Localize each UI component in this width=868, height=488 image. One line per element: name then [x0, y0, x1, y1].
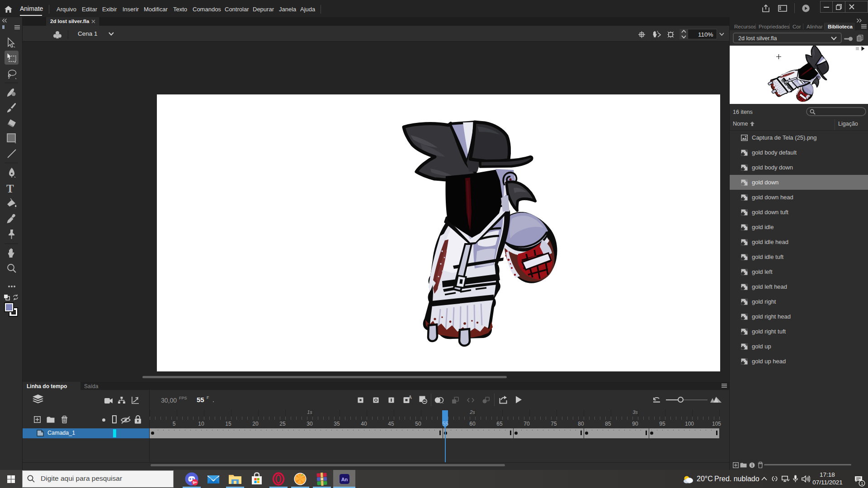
svg-text:A: A [409, 395, 412, 400]
svg-text:An: An [341, 477, 348, 482]
svg-text:9+: 9+ [193, 480, 197, 485]
svg-text:1: 1 [861, 481, 863, 486]
